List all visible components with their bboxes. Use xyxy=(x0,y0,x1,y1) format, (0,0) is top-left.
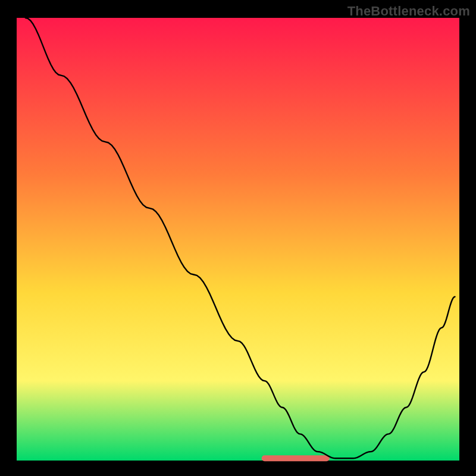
bottleneck-chart xyxy=(0,0,476,476)
chart-stage: TheBottleneck.com xyxy=(0,0,476,476)
plot-area xyxy=(17,18,459,461)
watermark-text: TheBottleneck.com xyxy=(347,4,470,19)
